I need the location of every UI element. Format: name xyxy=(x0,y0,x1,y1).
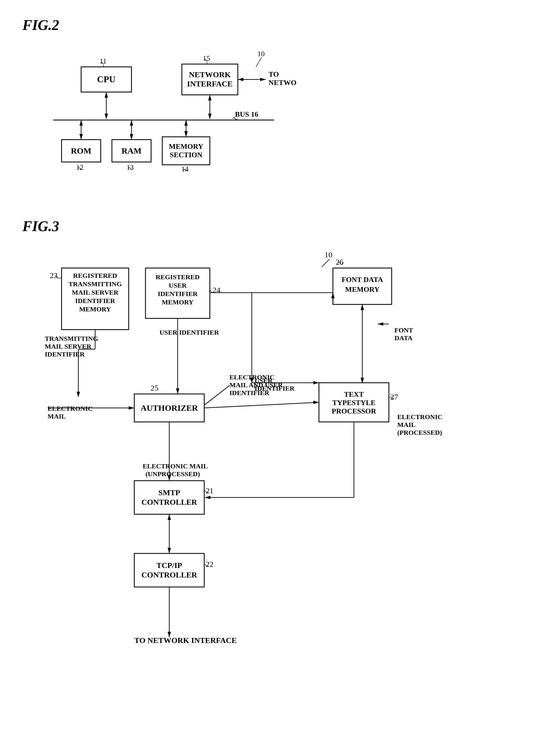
svg-text:NETWORK: NETWORK xyxy=(269,79,296,87)
svg-text:PROCESSOR: PROCESSOR xyxy=(332,407,376,415)
svg-marker-14 xyxy=(105,92,108,98)
svg-text:25: 25 xyxy=(150,384,158,392)
svg-marker-125 xyxy=(205,496,210,499)
svg-marker-114 xyxy=(361,304,364,310)
svg-text:SECTION: SECTION xyxy=(170,151,202,159)
svg-marker-127 xyxy=(168,514,171,520)
svg-text:27: 27 xyxy=(390,393,398,401)
svg-text:MEMORY: MEMORY xyxy=(169,142,203,150)
svg-text:13: 13 xyxy=(127,163,134,172)
fig2-diagram: CPU NETWORK INTERFACE ROM RAM MEMORY SEC… xyxy=(45,44,296,190)
svg-marker-101 xyxy=(77,392,80,397)
svg-marker-29 xyxy=(260,78,266,81)
svg-text:ELECTRONIC: ELECTRONIC xyxy=(397,413,442,420)
svg-text:26: 26 xyxy=(336,258,344,266)
svg-text:ELECTRONIC: ELECTRONIC xyxy=(48,405,93,412)
svg-text:NETWORK: NETWORK xyxy=(189,70,231,79)
svg-text:TYPESTYLE: TYPESTYLE xyxy=(332,399,376,407)
svg-text:USER IDENTIFIER: USER IDENTIFIER xyxy=(159,329,219,336)
svg-text:CONTROLLER: CONTROLLER xyxy=(141,498,197,507)
svg-text:BUS 16: BUS 16 xyxy=(235,110,258,118)
svg-text:23: 23 xyxy=(50,271,58,280)
svg-text:TRANSMITTING: TRANSMITTING xyxy=(69,280,122,288)
svg-text:10: 10 xyxy=(257,50,265,58)
svg-marker-27 xyxy=(185,131,188,137)
svg-text:MAIL: MAIL xyxy=(48,413,66,420)
svg-text:15: 15 xyxy=(203,54,210,62)
svg-text:FONT DATA: FONT DATA xyxy=(342,276,383,284)
fig3-diagram: REGISTERED TRANSMITTING MAIL SERVER IDEN… xyxy=(39,246,487,721)
svg-text:TCP/IP: TCP/IP xyxy=(156,561,182,570)
svg-text:TEXT: TEXT xyxy=(344,390,364,399)
svg-text:IDENTIFIER: IDENTIFIER xyxy=(45,351,85,358)
svg-marker-122 xyxy=(168,475,171,481)
svg-text:IDENTIFIER: IDENTIFIER xyxy=(75,297,115,304)
svg-text:22: 22 xyxy=(206,560,213,568)
svg-marker-20 xyxy=(80,120,83,126)
svg-marker-17 xyxy=(208,95,211,100)
svg-line-39 xyxy=(256,57,262,67)
svg-text:FONT: FONT xyxy=(395,327,413,334)
fig3-container: FIG.3 REGISTERED TRANSMITTING MAIL SERVE… xyxy=(23,218,515,721)
svg-rect-63 xyxy=(134,481,204,514)
svg-text:MEMORY: MEMORY xyxy=(79,305,111,313)
svg-text:21: 21 xyxy=(206,486,213,495)
svg-marker-30 xyxy=(238,78,243,81)
svg-marker-132 xyxy=(378,322,383,326)
svg-text:REGISTERED: REGISTERED xyxy=(156,273,199,281)
svg-line-70 xyxy=(322,259,330,267)
svg-text:IDENTIFIER: IDENTIFIER xyxy=(158,290,198,297)
svg-marker-21 xyxy=(80,134,83,139)
svg-text:14: 14 xyxy=(181,165,188,173)
svg-text:24: 24 xyxy=(213,286,220,294)
svg-text:TO NETWORK INTERFACE: TO NETWORK INTERFACE xyxy=(134,636,237,645)
svg-text:ROM: ROM xyxy=(71,146,91,155)
svg-text:INTERFACE: INTERFACE xyxy=(187,80,233,88)
svg-marker-23 xyxy=(130,120,133,126)
svg-text:DATA: DATA xyxy=(395,334,413,342)
svg-marker-117 xyxy=(129,406,134,409)
svg-text:MEMORY: MEMORY xyxy=(162,298,193,306)
fig2-container: FIG.2 CPU NETWORK INTERFACE ROM RAM MEMO… xyxy=(23,17,515,190)
svg-text:MAIL SERVER: MAIL SERVER xyxy=(72,289,119,296)
svg-line-118 xyxy=(204,402,318,408)
svg-marker-104 xyxy=(176,388,179,394)
svg-text:AUTHORIZER: AUTHORIZER xyxy=(140,403,198,412)
svg-rect-66 xyxy=(134,554,204,587)
svg-text:SMTP: SMTP xyxy=(158,488,180,497)
svg-text:MEMORY: MEMORY xyxy=(345,285,380,294)
fig3-label: FIG.3 xyxy=(23,218,515,235)
svg-text:12: 12 xyxy=(76,163,83,172)
svg-marker-24 xyxy=(130,134,133,139)
svg-text:TRANSMITTING: TRANSMITTING xyxy=(45,335,98,342)
svg-marker-119 xyxy=(313,401,319,404)
svg-text:ELECTRONIC MAIL: ELECTRONIC MAIL xyxy=(143,462,208,470)
svg-text:USER: USER xyxy=(169,282,187,289)
svg-marker-109 xyxy=(313,381,319,384)
svg-text:10: 10 xyxy=(325,250,332,259)
svg-line-120 xyxy=(204,386,230,405)
fig2-label: FIG.2 xyxy=(23,17,515,33)
svg-text:RAM: RAM xyxy=(122,146,141,155)
svg-text:TO: TO xyxy=(269,70,279,78)
svg-marker-15 xyxy=(105,114,108,119)
svg-text:IDENTIFIER: IDENTIFIER xyxy=(230,389,269,397)
svg-marker-26 xyxy=(185,120,188,126)
svg-text:MAIL: MAIL xyxy=(397,421,415,428)
svg-text:CONTROLLER: CONTROLLER xyxy=(141,570,197,579)
svg-marker-128 xyxy=(168,548,171,554)
svg-text:(UNPROCESSED): (UNPROCESSED) xyxy=(145,470,200,478)
svg-marker-18 xyxy=(208,114,211,119)
svg-text:CPU: CPU xyxy=(97,74,116,84)
svg-text:(PROCESSED): (PROCESSED) xyxy=(397,429,442,436)
svg-text:REGISTERED: REGISTERED xyxy=(73,272,117,279)
